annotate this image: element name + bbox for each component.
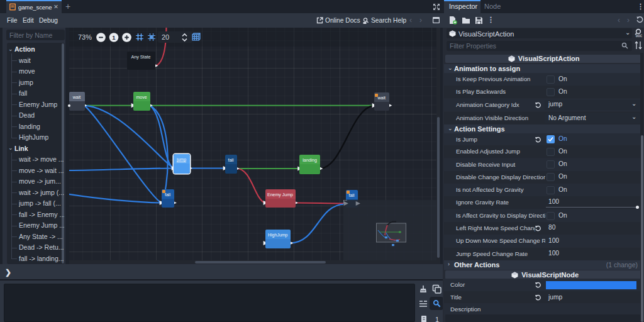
svg-text:1: 1 [112,33,116,40]
svg-text:DOC: DOC [636,35,643,38]
